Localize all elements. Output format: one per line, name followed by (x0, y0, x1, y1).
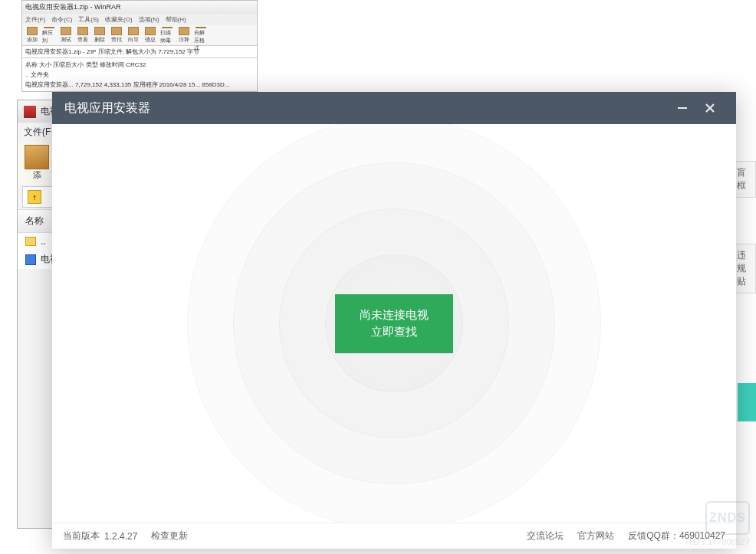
close-icon (705, 103, 715, 113)
right-peek-item: 违规贴 (735, 244, 756, 293)
bg-small-tb-btn: 删除 (93, 27, 107, 44)
connect-tv-button[interactable]: 尚未连接电视 立即查找 (335, 294, 453, 353)
exe-icon (25, 254, 36, 265)
bg-small-tb-btn: 自解压格式 (194, 27, 208, 44)
bg-small-menu-item: 选项(N) (139, 15, 159, 24)
bg-small-menu-item: 命令(C) (51, 15, 72, 24)
bg-small-toolbar: 添加 解压到 测试 查看 删除 查找 向导 信息 扫描病毒 注释 自解压格式 (22, 25, 257, 45)
bg-small-menu: 文件(F) 命令(C) 工具(S) 收藏夹(O) 选项(N) 帮助(H) (22, 14, 257, 25)
bg-small-list-row: 电视应用安装器... 7,729,152 4,333,135 应用程序 2016… (25, 80, 254, 90)
svg-rect-0 (678, 107, 687, 109)
bg-small-tb-btn: 添加 (25, 27, 39, 44)
bg-small-tb-btn: 查找 (110, 27, 123, 44)
titlebar: 电视应用安装器 (52, 92, 736, 124)
right-peek-item: 盲框 (735, 161, 756, 198)
minimize-button[interactable] (669, 92, 696, 124)
bg-small-path: 电视应用安装器1.zip - ZIP 压缩文件, 解包大小为 7,729,152… (22, 45, 257, 58)
tv-installer-window: 电视应用安装器 尚未连接电视 立即查找 当前版本 1.2.4.27 (52, 92, 736, 549)
official-site-link[interactable]: 官方网站 (577, 529, 614, 543)
bg-small-tb-btn: 测试 (59, 27, 73, 44)
version-value: 1.2.4.27 (104, 531, 137, 542)
modal-body: 尚未连接电视 立即查找 (52, 124, 736, 523)
bg-small-tb-btn: 查看 (76, 27, 90, 44)
bg-small-menu-item: 收藏夹(O) (105, 15, 133, 24)
bg-small-menu-item: 工具(S) (78, 15, 99, 24)
connect-line1: 尚未连接电视 (360, 307, 429, 324)
right-peek-teal-button (738, 383, 756, 421)
qq-group-label: 反馈QQ群：469010427 (628, 529, 725, 543)
bg-small-title: 电视应用安装器1.zip - WinRAR (22, 1, 257, 14)
forum-link[interactable]: 交流论坛 (527, 529, 564, 543)
modal-footer: 当前版本 1.2.4.27 检查更新 交流论坛 官方网站 反馈QQ群：46901… (52, 523, 736, 549)
bg-small-list-header: 名称 大小 压缩后大小 类型 修改时间 CRC32 (25, 60, 254, 70)
bg-small-menu-item: 帮助(H) (166, 15, 186, 24)
winrar-icon (24, 106, 36, 118)
bg-small-tb-btn: 注释 (177, 27, 191, 44)
ripple-container: 尚未连接电视 立即查找 (156, 124, 632, 523)
check-update-link[interactable]: 检查更新 (151, 529, 188, 543)
version-label: 当前版本 (63, 529, 100, 543)
background-winrar-small-window: 电视应用安装器1.zip - WinRAR 文件(F) 命令(C) 工具(S) … (21, 0, 258, 92)
bg-small-tb-btn: 扫描病毒 (160, 27, 174, 44)
up-arrow-icon: ↑ (28, 190, 41, 204)
minimize-icon (677, 103, 688, 113)
bg-small-list: 名称 大小 压缩后大小 类型 修改时间 CRC32 .. 文件夹 电视应用安装器… (22, 58, 257, 91)
connect-line2: 立即查找 (360, 323, 429, 341)
folder-icon (25, 237, 36, 246)
bg-small-menu-item: 文件(F) (25, 15, 45, 24)
bg-small-list-row: .. 文件夹 (25, 70, 254, 80)
qq-group-value: 469010427 (679, 530, 725, 541)
bg-small-tb-btn: 解压到 (42, 27, 56, 44)
bg-small-tb-btn: 信息 (143, 27, 157, 44)
bg-mid-tb-btn: 添 (21, 145, 53, 182)
bg-small-tb-btn: 向导 (127, 27, 140, 44)
close-button[interactable] (696, 92, 724, 124)
window-title: 电视应用安装器 (64, 100, 669, 116)
